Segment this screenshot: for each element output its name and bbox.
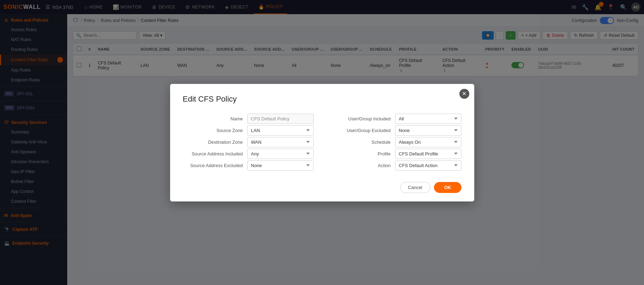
form-row-action: Action CFS Default Action xyxy=(331,160,462,171)
ok-button[interactable]: OK xyxy=(434,182,462,193)
user-group-exc-select[interactable]: NoneAll xyxy=(395,125,462,136)
dest-zone-control: WANLANDMZ xyxy=(247,137,314,147)
modal-close-button[interactable]: ✕ xyxy=(459,89,469,99)
source-zone-label: Source Zone xyxy=(183,128,243,133)
form-row-src-addr-exc: Source Address Excluded NoneAny xyxy=(183,160,314,171)
form-row-profile: Profile CFS Default Profile xyxy=(331,149,462,159)
action-select[interactable]: CFS Default Action xyxy=(395,160,462,171)
user-group-exc-control: NoneAll xyxy=(395,125,462,136)
user-group-inc-control: AllNone xyxy=(395,114,462,124)
modal-left-col: Name Source Zone LANWANDMZ Destination Z… xyxy=(183,114,314,172)
modal-title: Edit CFS Policy xyxy=(183,95,462,104)
schedule-control: Always OnNever xyxy=(395,137,462,147)
src-addr-inc-select[interactable]: AnyNone xyxy=(247,149,314,159)
cancel-button[interactable]: Cancel xyxy=(400,182,430,193)
form-row-source-zone: Source Zone LANWANDMZ xyxy=(183,125,314,136)
modal-right-col: User/Group Included AllNone User/Group E… xyxy=(331,114,462,172)
src-addr-exc-label: Source Address Excluded xyxy=(183,163,243,168)
user-group-exc-label: User/Group Excluded xyxy=(331,128,391,133)
src-addr-exc-control: NoneAny xyxy=(247,160,314,171)
source-zone-control: LANWANDMZ xyxy=(247,125,314,136)
profile-label: Profile xyxy=(331,151,391,156)
form-row-dest-zone: Destination Zone WANLANDMZ xyxy=(183,137,314,147)
form-row-user-group-inc: User/Group Included AllNone xyxy=(331,114,462,124)
profile-select[interactable]: CFS Default Profile xyxy=(395,149,462,159)
name-control xyxy=(247,114,314,124)
form-row-src-addr-inc: Source Address Included AnyNone xyxy=(183,149,314,159)
action-control: CFS Default Action xyxy=(395,160,462,171)
schedule-select[interactable]: Always OnNever xyxy=(395,137,462,147)
profile-control: CFS Default Profile xyxy=(395,149,462,159)
src-addr-inc-control: AnyNone xyxy=(247,149,314,159)
name-label: Name xyxy=(183,116,243,121)
modal-form-grid: Name Source Zone LANWANDMZ Destination Z… xyxy=(183,114,462,172)
modal-footer: Cancel OK xyxy=(183,182,462,193)
form-row-user-group-exc: User/Group Excluded NoneAll xyxy=(331,125,462,136)
dest-zone-label: Destination Zone xyxy=(183,139,243,145)
action-label: Action xyxy=(331,163,391,168)
user-group-inc-label: User/Group Included xyxy=(331,116,391,121)
form-row-schedule: Schedule Always OnNever xyxy=(331,137,462,147)
name-input[interactable] xyxy=(247,114,314,124)
form-row-name: Name xyxy=(183,114,314,124)
edit-cfs-modal: ✕ Edit CFS Policy Name Source Zone LANWA… xyxy=(170,84,474,201)
src-addr-exc-select[interactable]: NoneAny xyxy=(247,160,314,171)
dest-zone-select[interactable]: WANLANDMZ xyxy=(247,137,314,147)
user-group-inc-select[interactable]: AllNone xyxy=(395,114,462,124)
source-zone-select[interactable]: LANWANDMZ xyxy=(247,125,314,136)
modal-overlay[interactable]: ✕ Edit CFS Policy Name Source Zone LANWA… xyxy=(0,0,644,285)
src-addr-inc-label: Source Address Included xyxy=(183,151,243,156)
schedule-label: Schedule xyxy=(331,139,391,145)
